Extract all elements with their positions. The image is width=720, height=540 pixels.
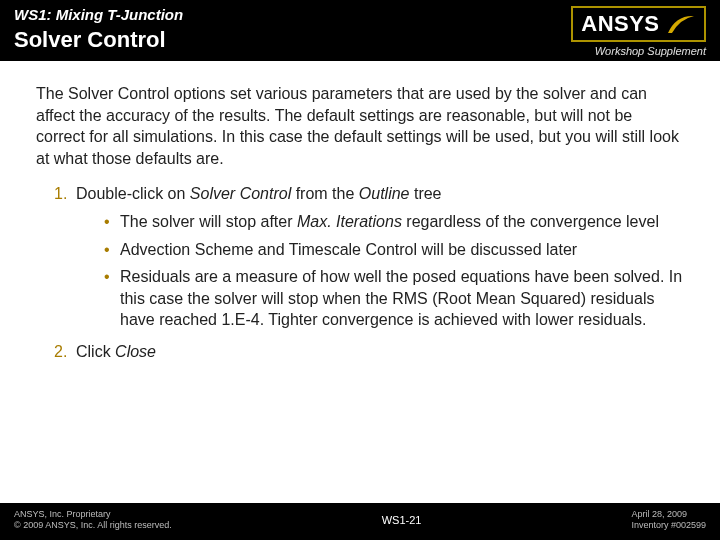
bullet-item: Advection Scheme and Timescale Control w… [104,239,684,261]
slide: WS1: Mixing T-Junction Solver Control AN… [0,0,720,540]
footer-right: April 28, 2009 Inventory #002599 [631,509,706,532]
slide-body: The Solver Control options set various p… [0,61,720,503]
step-item: 1. Double-click on Solver Control from t… [54,183,684,331]
workshop-supplement-label: Workshop Supplement [571,45,706,57]
bullets-list: The solver will stop after Max. Iteratio… [76,211,684,331]
footer-left: ANSYS, Inc. Proprietary © 2009 ANSYS, In… [14,509,172,532]
slide-header: WS1: Mixing T-Junction Solver Control AN… [0,0,720,61]
logo-text: ANSYS [581,11,659,37]
step-number: 1. [54,183,67,205]
intro-paragraph: The Solver Control options set various p… [36,83,684,169]
step-number: 2. [54,341,67,363]
logo-block: ANSYS Workshop Supplement [571,6,706,57]
ansys-logo: ANSYS [571,6,706,42]
inventory-label: Inventory #002599 [631,520,706,532]
steps-list: 1. Double-click on Solver Control from t… [36,183,684,362]
bullet-item: The solver will stop after Max. Iteratio… [104,211,684,233]
proprietary-label: ANSYS, Inc. Proprietary [14,509,172,521]
footer-page-number: WS1-21 [382,514,422,526]
bullet-item: Residuals are a measure of how well the … [104,266,684,331]
date-label: April 28, 2009 [631,509,706,521]
swoosh-icon [666,13,696,35]
slide-footer: ANSYS, Inc. Proprietary © 2009 ANSYS, In… [0,503,720,540]
step-text: Double-click on Solver Control from the … [76,185,442,202]
step-item: 2. Click Close [54,341,684,363]
step-text: Click Close [76,343,156,360]
copyright-label: © 2009 ANSYS, Inc. All rights reserved. [14,520,172,532]
